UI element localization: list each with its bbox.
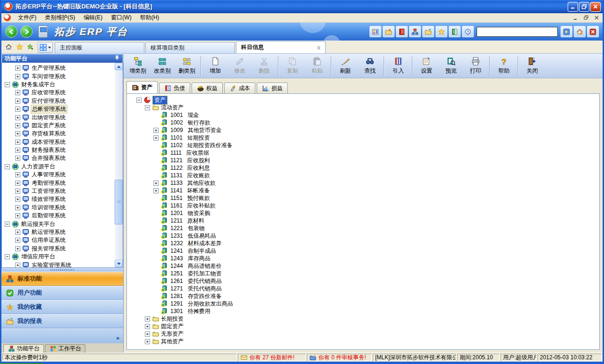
mdi-restore-button[interactable] [582, 14, 590, 21]
sidebar-item-6[interactable]: +出纳管理系统 [2, 113, 115, 121]
expander-icon[interactable]: + [15, 230, 20, 235]
account-row-1232[interactable]: 1232材料成本差异 [132, 240, 599, 247]
restore-button[interactable] [579, 2, 589, 12]
menu-item-1[interactable]: 类别维护(S) [41, 13, 79, 23]
sidebar-item-13[interactable]: +人事管理系统 [2, 171, 115, 179]
sidebar-item-5[interactable]: +总帐管理系统 [2, 105, 115, 113]
scroll-down-button[interactable] [115, 260, 123, 267]
account-row-无形资产[interactable]: +无形资产 [132, 330, 599, 338]
expander-icon[interactable]: + [15, 205, 20, 210]
more-buttons-chevron[interactable]: » [116, 335, 119, 341]
expander-icon[interactable]: − [145, 105, 150, 110]
home-alt-button[interactable] [574, 26, 586, 37]
account-row-1002[interactable]: 1002银行存款 [132, 119, 599, 126]
sidebar-item-16[interactable]: +绩效管理系统 [2, 195, 115, 203]
notebook-button[interactable] [449, 26, 461, 37]
account-row-1301[interactable]: 1301待摊费用 [132, 307, 599, 315]
clock-button[interactable] [462, 26, 474, 37]
account-row-其他资产[interactable]: +其他资产 [132, 338, 599, 345]
menu-item-4[interactable]: 帮助(H) [136, 13, 164, 23]
account-row-1102[interactable]: 1102短期投资跌价准备 [132, 141, 599, 149]
account-row-资产[interactable]: −资产 [132, 96, 599, 104]
account-row-1281[interactable]: 1281存货跌价准备 [132, 292, 599, 300]
toolbar-button-settings[interactable]: 设置 [414, 55, 439, 77]
expander-icon[interactable]: + [145, 331, 150, 337]
account-row-1009[interactable]: +1009其他货币资金 [132, 126, 599, 134]
sidebar-button-user[interactable]: 用户功能 [1, 286, 123, 300]
sidebar-scrollbar[interactable] [115, 63, 123, 267]
mdi-close-button[interactable] [592, 14, 601, 21]
expander-icon[interactable]: + [15, 74, 20, 79]
sidebar-tab-function[interactable]: 功能平台 [3, 344, 44, 353]
account-row-1291[interactable]: 1291分期收款发出商品 [132, 300, 599, 307]
doc-tab-1[interactable]: 核算项目类别 [145, 42, 235, 53]
minimize-button[interactable] [568, 2, 578, 12]
expander-icon[interactable]: + [15, 148, 20, 153]
expander-icon[interactable]: + [15, 238, 20, 243]
toolbar-button-import[interactable]: 引入 [386, 55, 411, 77]
layout-button[interactable] [369, 26, 381, 37]
account-row-流动资产[interactable]: −流动资产 [132, 104, 599, 111]
expander-icon[interactable]: + [153, 128, 159, 133]
subtab-cost[interactable]: 成本 [224, 83, 255, 93]
expander-icon[interactable]: + [145, 316, 150, 322]
sidebar-item-15[interactable]: +工资管理系统 [2, 187, 115, 195]
expander-icon[interactable]: − [136, 98, 142, 103]
expander-icon[interactable]: + [15, 172, 20, 177]
account-row-1121[interactable]: 1121应收股利 [132, 157, 599, 164]
subtab-equity[interactable]: 权益 [192, 83, 223, 93]
account-row-1131[interactable]: 1131应收账款 [132, 172, 599, 179]
expander-icon[interactable]: + [15, 99, 20, 104]
toolbar-button-preview[interactable]: 预览 [439, 55, 463, 77]
account-row-1141[interactable]: +1141坏帐准备 [132, 187, 599, 194]
expander-icon[interactable]: + [15, 115, 20, 120]
expander-icon[interactable]: − [5, 222, 10, 227]
scroll-thumb[interactable] [115, 180, 123, 224]
sidebar-item-23[interactable]: −增值应用平台 [2, 253, 115, 261]
expander-icon[interactable]: + [145, 339, 150, 344]
sidebar-item-10[interactable]: +财务报表系统 [2, 146, 115, 154]
address-book-button[interactable] [396, 26, 408, 37]
sidebar-item-22[interactable]: +报关管理系统 [2, 245, 115, 253]
doc-tab-2[interactable]: 科目信息x [236, 41, 326, 53]
close-button[interactable] [590, 2, 601, 12]
toolbar-button-refresh[interactable]: 刷新 [333, 55, 358, 77]
account-row-1243[interactable]: 1243库存商品 [132, 255, 599, 262]
expander-icon[interactable]: + [15, 123, 20, 128]
account-row-1211[interactable]: 1211原材料 [132, 217, 599, 224]
account-row-1241[interactable]: 1241自制半成品 [132, 247, 599, 255]
exit-button[interactable] [587, 26, 599, 37]
sidebar-item-3[interactable]: +应收管理系统 [2, 89, 115, 97]
menu-item-0[interactable]: 文件(F) [14, 13, 41, 23]
flowchart-button[interactable] [409, 26, 421, 37]
account-row-1101[interactable]: +1101短期投资 [132, 134, 599, 141]
account-row-1122[interactable]: 1122应收利息 [132, 164, 599, 172]
add-favorite-button[interactable] [26, 42, 35, 51]
scroll-up-button[interactable] [115, 63, 123, 70]
expander-icon[interactable]: + [15, 246, 20, 251]
account-row-长期投资[interactable]: +长期投资 [132, 315, 599, 323]
expander-icon[interactable]: + [153, 181, 159, 186]
mdi-minimize-button[interactable] [571, 14, 580, 21]
expander-icon[interactable]: + [15, 181, 20, 186]
expander-icon[interactable]: + [15, 263, 20, 267]
new-folder-button[interactable] [422, 26, 434, 37]
account-row-1261[interactable]: 1261委托代销商品 [132, 277, 599, 285]
account-row-1133[interactable]: +1133其他应收款 [132, 179, 599, 187]
expander-icon[interactable]: + [15, 66, 20, 71]
sidebar-item-17[interactable]: +培训管理系统 [2, 204, 115, 212]
back-button[interactable] [5, 25, 17, 38]
expander-icon[interactable]: − [5, 164, 10, 169]
expander-icon[interactable]: + [15, 131, 20, 136]
doc-tab-0[interactable]: 主控面板 [55, 42, 144, 53]
expander-icon[interactable]: + [153, 135, 159, 141]
toolbar-button-add[interactable]: 增加 [203, 55, 227, 77]
expander-icon[interactable]: − [5, 254, 10, 259]
toolbar-button-add-category[interactable]: 增类别 [126, 55, 150, 77]
toolbar-button-close[interactable]: 关闭 [520, 55, 545, 77]
menu-item-3[interactable]: 窗口(W) [107, 13, 135, 23]
sidebar-button-favorites[interactable]: 1我的收藏 [1, 300, 123, 314]
go-button[interactable] [561, 26, 572, 37]
home-button[interactable] [4, 42, 13, 51]
account-row-1001[interactable]: 1001现金 [132, 111, 599, 119]
